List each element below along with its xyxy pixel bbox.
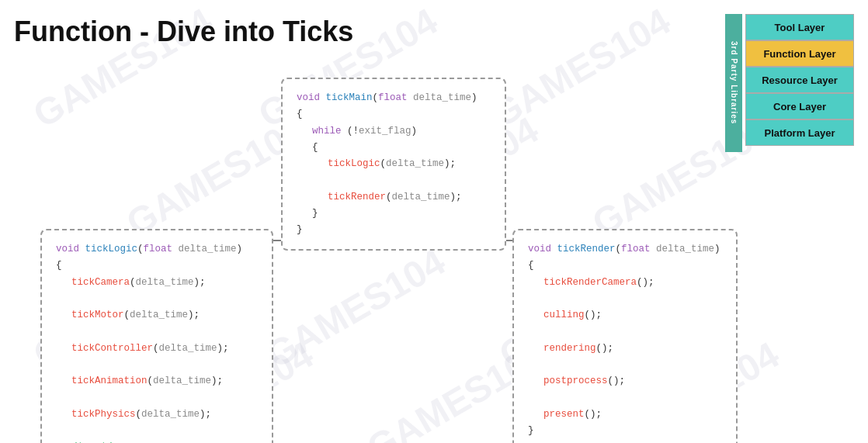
code-box-render: void tickRender(float delta_time) { tick… <box>512 229 738 443</box>
layer-sidebar: Tool Layer Function Layer Resource Layer… <box>745 14 854 146</box>
layer-tool[interactable]: Tool Layer <box>745 14 854 40</box>
code-box-logic: void tickLogic(float delta_time) { tickC… <box>40 229 273 443</box>
layer-resource[interactable]: Resource Layer <box>745 67 854 93</box>
code-box-main: void tickMain(float delta_time) { while … <box>281 78 506 251</box>
page-title: Function - Dive into Ticks <box>14 16 353 48</box>
third-party-label: 3rd Party Libraries <box>725 14 742 152</box>
layer-platform[interactable]: Platform Layer <box>745 119 854 146</box>
layer-function[interactable]: Function Layer <box>745 40 854 67</box>
layer-core[interactable]: Core Layer <box>745 93 854 119</box>
